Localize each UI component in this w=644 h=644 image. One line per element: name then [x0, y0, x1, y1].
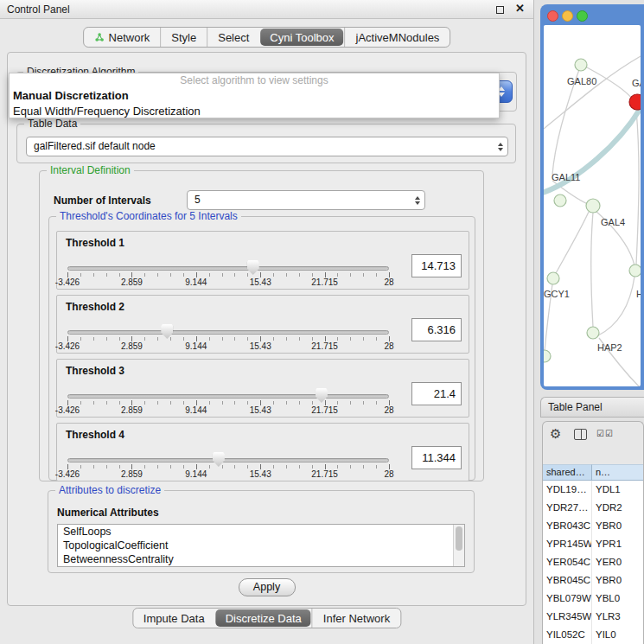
table-cell[interactable]: YBR043C	[543, 517, 592, 535]
combo-stepper-icon[interactable]	[415, 191, 420, 209]
slider-major-tick	[196, 336, 197, 341]
close-traffic-light-icon[interactable]	[547, 10, 558, 22]
threshold-slider[interactable]: -3.4262.8599.14415.4321.71528	[67, 259, 389, 289]
threshold-slider[interactable]: -3.4262.8599.14415.4321.71528	[67, 323, 389, 353]
table-cell[interactable]: YBL079W	[543, 590, 592, 608]
tab-jactivemnodules[interactable]: jActiveMNodules	[345, 28, 450, 47]
numerical-attribute-item[interactable]: SelfLoops	[58, 525, 464, 539]
numerical-attribute-item[interactable]: BetweennessCentrality	[58, 552, 464, 566]
network-node[interactable]	[586, 199, 600, 213]
slider-major-tick	[260, 400, 261, 405]
threshold-value-field[interactable]: 11.344	[411, 446, 462, 469]
network-node[interactable]	[554, 194, 566, 207]
tab-impute-data[interactable]: Impute Data	[133, 609, 215, 628]
table-row[interactable]: YDL19…YDL1	[543, 481, 643, 499]
columns-icon[interactable]	[574, 429, 587, 440]
slider-track[interactable]	[67, 266, 389, 271]
slider-scale-label: 21.715	[311, 341, 338, 351]
table-cell[interactable]: YPR145W	[543, 535, 592, 553]
threshold-slider[interactable]: -3.4262.8599.14415.4321.71528	[67, 451, 389, 481]
table-row[interactable]: YPR145WYPR1	[543, 535, 643, 553]
table-cell[interactable]: YIL052C	[543, 626, 592, 644]
table-cell[interactable]: YBL0	[592, 590, 643, 608]
slider-track[interactable]	[67, 394, 389, 399]
network-node[interactable]	[575, 59, 587, 71]
threshold-value-field[interactable]: 21.4	[411, 382, 462, 405]
table-row[interactable]: YER054CYER0	[543, 553, 643, 571]
select-columns-checkbox-icon[interactable]: ☑☑	[596, 429, 614, 438]
network-icon	[94, 32, 105, 42]
tab-discretize-data[interactable]: Discretize Data	[216, 609, 311, 627]
table-cell[interactable]: YBR045C	[543, 571, 592, 590]
network-view-window: GAL80GAGAL11GAL4GCY1HHAP2	[540, 4, 644, 390]
scrollbar-thumb[interactable]	[456, 526, 462, 551]
table-row[interactable]: YBR043CYBR0	[543, 517, 643, 535]
table-cell[interactable]: YBR0	[592, 571, 643, 590]
table-cell[interactable]: YLR345W	[543, 608, 592, 626]
close-window-icon[interactable]: ✕	[515, 2, 525, 15]
slider-major-tick	[196, 464, 197, 469]
slider-major-tick	[131, 336, 132, 341]
slider-track[interactable]	[67, 330, 389, 335]
table-cell[interactable]: YDL19…	[543, 481, 592, 499]
combo-stepper-icon[interactable]	[498, 137, 503, 156]
table-header-row: shared… n…	[543, 464, 643, 481]
up-arrow-icon	[415, 196, 420, 200]
network-node[interactable]	[547, 272, 559, 284]
tab-select[interactable]: Select	[207, 28, 259, 47]
minimize-traffic-light-icon[interactable]	[562, 10, 573, 22]
slider-scale-label: 2.859	[121, 469, 143, 479]
table-panel-titlebar[interactable]: Table Panel	[540, 397, 644, 418]
list-scrollbar[interactable]	[453, 525, 464, 566]
algorithm-dropdown-popup: Select algorithm to view settings Manual…	[9, 73, 500, 118]
table-row[interactable]: YLR345WYLR3	[543, 608, 643, 626]
table-cell[interactable]: YDL1	[592, 481, 643, 499]
numerical-attributes-list[interactable]: SelfLoopsTopologicalCoefficientBetweenne…	[57, 524, 465, 567]
number-of-intervals-combo[interactable]: 5	[187, 190, 425, 210]
algorithm-option-manual[interactable]: Manual Discretization	[10, 88, 499, 104]
table-row[interactable]: YBR045CYBR0	[543, 571, 643, 590]
table-cell[interactable]: YDR27…	[543, 499, 592, 517]
threshold-value-field[interactable]: 6.316	[411, 318, 462, 341]
table-row[interactable]: YDR27…YDR2	[543, 499, 643, 517]
threshold-slider[interactable]: -3.4262.8599.14415.4321.71528	[67, 387, 389, 417]
table-cell[interactable]: YER0	[592, 553, 643, 571]
table-cell[interactable]: YIL0	[592, 626, 643, 644]
gear-icon[interactable]: ⚙	[550, 426, 561, 442]
table-row[interactable]: YIL052CYIL0	[543, 626, 643, 644]
column-header-name[interactable]: n…	[592, 464, 643, 481]
list-items: SelfLoopsTopologicalCoefficientBetweenne…	[58, 525, 464, 566]
table-cell[interactable]: YDR2	[592, 499, 643, 517]
numerical-attribute-item[interactable]: TopologicalCoefficient	[58, 539, 464, 552]
table-cell[interactable]: YBR0	[592, 517, 643, 535]
window-controls	[547, 10, 588, 22]
network-node[interactable]	[629, 94, 641, 110]
algorithm-option-equal-width[interactable]: Equal Width/Frequency Discretization	[10, 104, 499, 119]
tab-infer-network[interactable]: Infer Network	[312, 609, 400, 628]
network-node[interactable]	[544, 350, 551, 362]
threshold-value-field[interactable]: 14.713	[411, 254, 462, 277]
tab-style[interactable]: Style	[160, 28, 207, 47]
up-arrow-icon	[498, 143, 503, 146]
network-node[interactable]	[587, 327, 599, 339]
slider-track[interactable]	[67, 458, 389, 462]
float-window-icon[interactable]	[496, 6, 504, 14]
table-cell[interactable]: YER054C	[543, 553, 592, 571]
slider-scale-label: -3.426	[55, 469, 80, 479]
table-cell[interactable]: YPR1	[592, 535, 643, 553]
screen: Control Panel ✕ Network Style Select Cyn…	[0, 0, 644, 644]
apply-button[interactable]: Apply	[239, 578, 296, 596]
zoom-traffic-light-icon[interactable]	[577, 10, 588, 22]
table-cell[interactable]: YLR3	[592, 608, 643, 626]
table-body: YDL19…YDL1YDR27…YDR2YBR043CYBR0YPR145WYP…	[543, 481, 643, 644]
table-row[interactable]: YBL079WYBL0	[543, 590, 643, 608]
table-data-combo[interactable]: galFiltered.sif default node	[26, 137, 508, 156]
column-header-shared-name[interactable]: shared…	[543, 464, 592, 481]
group-title: Interval Definition	[47, 164, 134, 176]
tab-network[interactable]: Network	[84, 28, 161, 47]
tab-cyni-toolbox[interactable]: Cyni Toolbox	[260, 29, 343, 46]
thresholds-group: Threshold's Coordinates for 5 Intervals …	[48, 216, 475, 481]
network-node[interactable]	[629, 265, 641, 277]
network-canvas[interactable]: GAL80GAGAL11GAL4GCY1HHAP2	[544, 25, 641, 386]
control-panel-titlebar[interactable]: Control Panel ✕	[0, 0, 533, 19]
